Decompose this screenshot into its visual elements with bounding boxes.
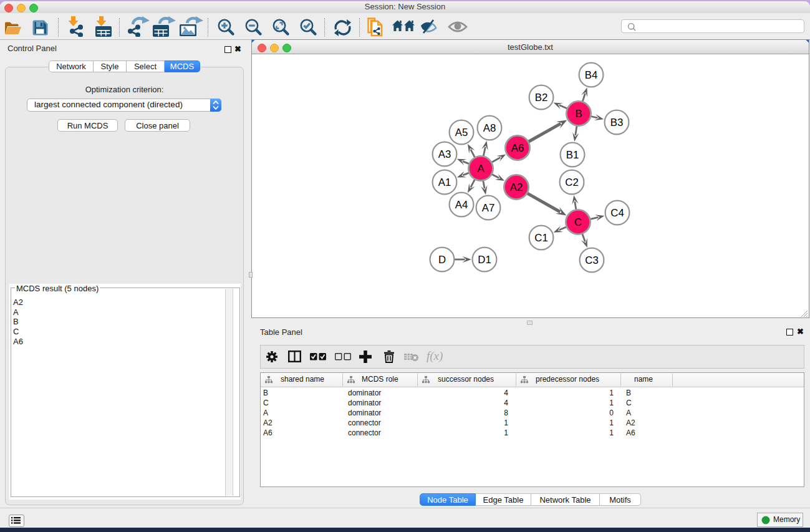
svg-text:A5: A5 [455, 127, 468, 138]
svg-text:A: A [477, 163, 485, 175]
svg-text:C: C [574, 216, 582, 228]
svg-text:D1: D1 [478, 254, 491, 266]
svg-text:A4: A4 [455, 199, 468, 211]
svg-text:C1: C1 [534, 232, 547, 244]
svg-text:B2: B2 [535, 92, 548, 104]
svg-text:B: B [575, 108, 582, 120]
svg-text:A1: A1 [438, 177, 451, 188]
svg-text:A7: A7 [482, 202, 495, 214]
svg-text:B3: B3 [610, 117, 624, 128]
svg-text:A3: A3 [438, 148, 451, 160]
svg-text:C3: C3 [585, 254, 598, 266]
svg-text:C4: C4 [610, 207, 624, 219]
svg-text:D: D [438, 254, 446, 266]
svg-text:A2: A2 [510, 181, 523, 193]
svg-text:A6: A6 [511, 142, 524, 154]
svg-text:C2: C2 [565, 177, 578, 188]
svg-text:B1: B1 [566, 149, 579, 161]
svg-text:A8: A8 [483, 122, 496, 134]
svg-text:B4: B4 [585, 69, 598, 81]
